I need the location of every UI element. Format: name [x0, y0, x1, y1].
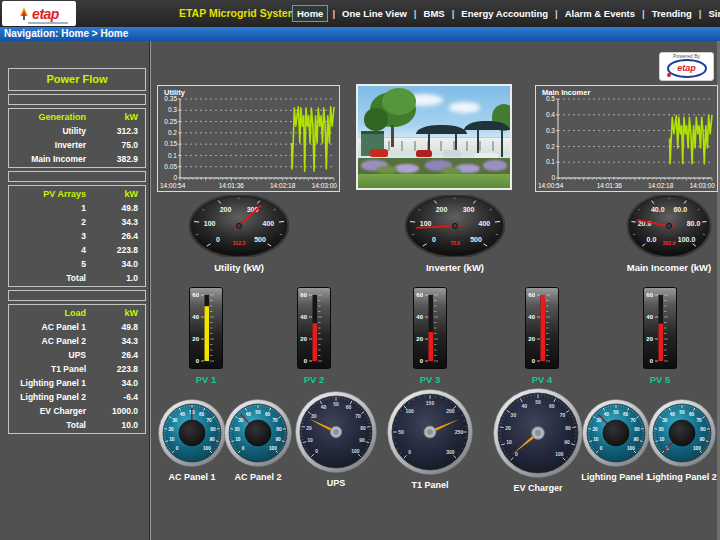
- svg-text:60: 60: [549, 403, 555, 409]
- table-section-generation: GenerationkWUtility312.3Inverter75.0Main…: [8, 108, 146, 168]
- svg-text:60: 60: [528, 292, 535, 298]
- svg-text:0: 0: [432, 236, 436, 243]
- table-row: T1 Panel223.8: [9, 362, 145, 376]
- flowers: [483, 160, 507, 170]
- etap-logo-subline: [28, 22, 68, 24]
- table-row: Utility312.3: [9, 124, 145, 138]
- svg-text:14:02:18: 14:02:18: [648, 182, 674, 189]
- svg-text:0.3: 0.3: [168, 106, 177, 113]
- pv3-bar: 0204060: [413, 287, 447, 369]
- svg-text:300: 300: [463, 206, 475, 213]
- row-value: kW: [86, 306, 138, 320]
- row-label: Generation: [16, 110, 86, 124]
- svg-text:0.35: 0.35: [164, 95, 177, 102]
- svg-text:75.0: 75.0: [450, 240, 460, 246]
- svg-text:20: 20: [528, 336, 535, 342]
- row-value: 26.4: [86, 348, 138, 362]
- etap-logo-text: etap: [32, 6, 59, 22]
- row-value: 382.9: [86, 152, 138, 166]
- main-incomer-trend-chart: Main Incomer00.10.20.30.40.514:00:5414:0…: [535, 85, 718, 192]
- menu-item-simulation[interactable]: Simulation: [705, 5, 720, 22]
- svg-text:80: 80: [700, 427, 706, 432]
- table-spacer: [8, 290, 146, 301]
- svg-text:30: 30: [596, 418, 602, 423]
- svg-text:40: 40: [300, 314, 307, 320]
- row-value: kW: [86, 110, 138, 124]
- svg-text:0.05: 0.05: [164, 163, 177, 170]
- row-value: 49.8: [86, 201, 138, 215]
- svg-text:90: 90: [564, 439, 570, 445]
- svg-text:30: 30: [172, 418, 178, 423]
- svg-text:14:01:36: 14:01:36: [219, 182, 245, 189]
- svg-text:70: 70: [206, 418, 212, 423]
- panel-title: Power Flow: [9, 70, 145, 89]
- etap-oval-icon: etap: [667, 59, 707, 78]
- svg-text:60.0: 60.0: [673, 206, 687, 213]
- menu-separator: |: [641, 8, 646, 19]
- table-row: Lighting Panel 2-6.4: [9, 390, 145, 404]
- section-header-row: PV ArrayskW: [9, 187, 145, 201]
- svg-text:60: 60: [300, 292, 307, 298]
- svg-text:20: 20: [658, 427, 664, 432]
- table-row: Inverter75.0: [9, 138, 145, 152]
- row-value: 223.8: [86, 362, 138, 376]
- grass: [358, 174, 510, 188]
- utility-dial: 0100200300400500312.3: [189, 195, 289, 257]
- table-row: AC Panel 149.8: [9, 320, 145, 334]
- svg-text:60: 60: [416, 292, 423, 298]
- inverter-gauge: 010020030040050075.0Inverter (kW): [405, 195, 505, 273]
- svg-text:80: 80: [360, 425, 366, 431]
- gauge-label: Utility (kW): [189, 262, 289, 273]
- panel-title-box: Power Flow: [8, 68, 146, 91]
- pv1-bar-gauge: 0204060PV 1: [176, 287, 236, 385]
- app-header: etap ETAP Microgrid System Home|One Line…: [0, 0, 720, 27]
- svg-text:40: 40: [180, 412, 186, 417]
- table-row: Total10.0: [9, 418, 145, 432]
- svg-text:0: 0: [173, 174, 177, 181]
- menu-item-energy-accounting[interactable]: Energy Accounting: [458, 5, 551, 22]
- menu-item-alarm-events[interactable]: Alarm & Events: [562, 5, 638, 22]
- svg-text:40.0: 40.0: [651, 206, 665, 213]
- breadcrumb: Navigation: Home > Home: [4, 28, 128, 39]
- svg-text:30: 30: [311, 413, 317, 419]
- pv3-bar-gauge: 0204060PV 3: [400, 287, 460, 385]
- row-label: AC Panel 2: [16, 334, 86, 348]
- svg-text:0.15: 0.15: [164, 140, 177, 147]
- canopy-post: [501, 129, 503, 158]
- row-value: 34.0: [86, 257, 138, 271]
- row-value: 312.3: [86, 124, 138, 138]
- table-row: Main Incomer382.9: [9, 152, 145, 166]
- row-value: 223.8: [86, 243, 138, 257]
- svg-text:20: 20: [192, 336, 199, 342]
- svg-text:40: 40: [670, 412, 676, 417]
- table-row: 326.4: [9, 229, 145, 243]
- row-value: kW: [86, 187, 138, 201]
- row-label: Total: [16, 271, 86, 285]
- svg-text:14:02:18: 14:02:18: [270, 182, 296, 189]
- svg-text:0.1: 0.1: [546, 158, 555, 165]
- row-label: Lighting Panel 1: [16, 376, 86, 390]
- svg-text:70: 70: [355, 413, 361, 419]
- row-label: 1: [16, 201, 86, 215]
- svg-text:300: 300: [446, 449, 455, 455]
- gauge-label: PV 1: [176, 374, 236, 385]
- utility-gauge: 0100200300400500312.3Utility (kW): [189, 195, 289, 273]
- menu-item-bms[interactable]: BMS: [421, 5, 448, 22]
- svg-text:20: 20: [300, 336, 307, 342]
- svg-text:60: 60: [346, 404, 352, 410]
- section-header-row: LoadkW: [9, 306, 145, 320]
- svg-text:10: 10: [506, 439, 512, 445]
- svg-text:100.0: 100.0: [678, 236, 696, 243]
- svg-text:100: 100: [693, 446, 701, 451]
- menu-item-one-line-view[interactable]: One Line View: [339, 5, 410, 22]
- svg-text:60: 60: [646, 292, 653, 298]
- svg-text:40: 40: [521, 403, 527, 409]
- menu-item-trending[interactable]: Trending: [649, 5, 695, 22]
- table-row: Lighting Panel 134.0: [9, 376, 145, 390]
- row-value: 26.4: [86, 229, 138, 243]
- shrub: [376, 166, 397, 174]
- menu-item-home[interactable]: Home: [292, 5, 328, 22]
- table-spacer: [8, 171, 146, 182]
- svg-text:0: 0: [408, 449, 411, 455]
- gauge-label: Main Incomer (kW): [619, 262, 719, 273]
